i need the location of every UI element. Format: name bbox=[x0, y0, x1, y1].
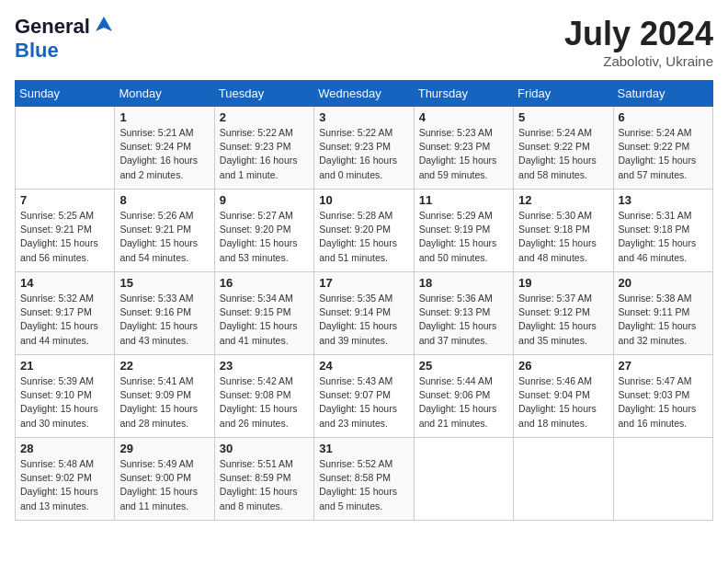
day-number: 28 bbox=[20, 442, 109, 455]
calendar-cell: 17Sunrise: 5:35 AM Sunset: 9:14 PM Dayli… bbox=[314, 272, 414, 355]
day-number: 14 bbox=[20, 276, 109, 290]
calendar-cell: 13Sunrise: 5:31 AM Sunset: 9:18 PM Dayli… bbox=[613, 190, 712, 272]
day-number: 29 bbox=[119, 442, 209, 455]
location: Zabolotiv, Ukraine bbox=[564, 53, 713, 69]
day-number: 30 bbox=[220, 442, 309, 455]
calendar-cell: 29Sunrise: 5:49 AM Sunset: 9:00 PM Dayli… bbox=[115, 438, 214, 521]
day-number: 10 bbox=[319, 193, 408, 207]
calendar-cell: 5Sunrise: 5:24 AM Sunset: 9:22 PM Daylig… bbox=[514, 107, 613, 190]
week-row-2: 7Sunrise: 5:25 AM Sunset: 9:21 PM Daylig… bbox=[16, 190, 713, 272]
calendar-cell: 1Sunrise: 5:21 AM Sunset: 9:24 PM Daylig… bbox=[115, 107, 214, 190]
calendar-cell: 19Sunrise: 5:37 AM Sunset: 9:12 PM Dayli… bbox=[514, 272, 613, 355]
column-header-friday: Friday bbox=[514, 81, 613, 107]
day-info: Sunrise: 5:24 AM Sunset: 9:22 PM Dayligh… bbox=[518, 126, 608, 182]
day-info: Sunrise: 5:22 AM Sunset: 9:23 PM Dayligh… bbox=[220, 126, 309, 182]
day-number: 1 bbox=[119, 110, 209, 124]
day-number: 11 bbox=[419, 193, 508, 207]
day-number: 15 bbox=[119, 276, 209, 290]
day-number: 20 bbox=[619, 276, 708, 290]
day-info: Sunrise: 5:47 AM Sunset: 9:03 PM Dayligh… bbox=[619, 374, 708, 431]
day-number: 17 bbox=[319, 276, 408, 290]
week-row-4: 21Sunrise: 5:39 AM Sunset: 9:10 PM Dayli… bbox=[16, 355, 713, 438]
day-number: 5 bbox=[518, 110, 608, 124]
day-info: Sunrise: 5:25 AM Sunset: 9:21 PM Dayligh… bbox=[20, 209, 109, 265]
calendar-cell: 4Sunrise: 5:23 AM Sunset: 9:23 PM Daylig… bbox=[414, 107, 513, 190]
calendar-cell: 21Sunrise: 5:39 AM Sunset: 9:10 PM Dayli… bbox=[16, 355, 115, 438]
calendar-cell: 20Sunrise: 5:38 AM Sunset: 9:11 PM Dayli… bbox=[613, 272, 712, 355]
page-header: General Blue July 2024 Zabolotiv, Ukrain… bbox=[15, 15, 713, 69]
calendar-cell: 8Sunrise: 5:26 AM Sunset: 9:21 PM Daylig… bbox=[115, 190, 214, 272]
day-info: Sunrise: 5:51 AM Sunset: 8:59 PM Dayligh… bbox=[220, 457, 309, 513]
calendar-cell: 11Sunrise: 5:29 AM Sunset: 9:19 PM Dayli… bbox=[414, 190, 513, 272]
day-info: Sunrise: 5:32 AM Sunset: 9:17 PM Dayligh… bbox=[20, 292, 109, 348]
day-number: 6 bbox=[619, 110, 708, 124]
day-number: 4 bbox=[419, 110, 508, 124]
day-info: Sunrise: 5:24 AM Sunset: 9:22 PM Dayligh… bbox=[619, 126, 708, 182]
column-header-thursday: Thursday bbox=[414, 81, 513, 107]
day-info: Sunrise: 5:37 AM Sunset: 9:12 PM Dayligh… bbox=[518, 292, 608, 348]
day-info: Sunrise: 5:38 AM Sunset: 9:11 PM Dayligh… bbox=[619, 292, 708, 348]
day-number: 23 bbox=[220, 359, 309, 373]
calendar-cell: 26Sunrise: 5:46 AM Sunset: 9:04 PM Dayli… bbox=[514, 355, 613, 438]
calendar-cell: 6Sunrise: 5:24 AM Sunset: 9:22 PM Daylig… bbox=[613, 107, 712, 190]
calendar-cell: 25Sunrise: 5:44 AM Sunset: 9:06 PM Dayli… bbox=[414, 355, 513, 438]
calendar-cell: 30Sunrise: 5:51 AM Sunset: 8:59 PM Dayli… bbox=[214, 438, 313, 521]
day-info: Sunrise: 5:21 AM Sunset: 9:24 PM Dayligh… bbox=[119, 126, 209, 182]
day-number: 2 bbox=[220, 110, 309, 124]
calendar-cell: 31Sunrise: 5:52 AM Sunset: 8:58 PM Dayli… bbox=[314, 438, 414, 521]
calendar-cell: 16Sunrise: 5:34 AM Sunset: 9:15 PM Dayli… bbox=[214, 272, 313, 355]
day-info: Sunrise: 5:42 AM Sunset: 9:08 PM Dayligh… bbox=[220, 374, 309, 431]
calendar-cell: 22Sunrise: 5:41 AM Sunset: 9:09 PM Dayli… bbox=[115, 355, 214, 438]
calendar-header-row: SundayMondayTuesdayWednesdayThursdayFrid… bbox=[16, 81, 713, 107]
calendar-cell: 14Sunrise: 5:32 AM Sunset: 9:17 PM Dayli… bbox=[16, 272, 115, 355]
calendar-cell: 12Sunrise: 5:30 AM Sunset: 9:18 PM Dayli… bbox=[514, 190, 613, 272]
day-info: Sunrise: 5:36 AM Sunset: 9:13 PM Dayligh… bbox=[419, 292, 508, 348]
day-number: 31 bbox=[319, 442, 408, 455]
title-block: July 2024 Zabolotiv, Ukraine bbox=[564, 15, 713, 69]
day-info: Sunrise: 5:30 AM Sunset: 9:18 PM Dayligh… bbox=[518, 209, 608, 265]
calendar-cell bbox=[16, 107, 115, 190]
day-number: 18 bbox=[419, 276, 508, 290]
day-info: Sunrise: 5:52 AM Sunset: 8:58 PM Dayligh… bbox=[319, 457, 408, 513]
week-row-1: 1Sunrise: 5:21 AM Sunset: 9:24 PM Daylig… bbox=[16, 107, 713, 190]
calendar-cell: 7Sunrise: 5:25 AM Sunset: 9:21 PM Daylig… bbox=[16, 190, 115, 272]
calendar-cell: 28Sunrise: 5:48 AM Sunset: 9:02 PM Dayli… bbox=[16, 438, 115, 521]
day-info: Sunrise: 5:33 AM Sunset: 9:16 PM Dayligh… bbox=[119, 292, 209, 348]
calendar-cell: 23Sunrise: 5:42 AM Sunset: 9:08 PM Dayli… bbox=[214, 355, 313, 438]
calendar-cell bbox=[613, 438, 712, 521]
day-info: Sunrise: 5:39 AM Sunset: 9:10 PM Dayligh… bbox=[20, 374, 109, 431]
day-number: 25 bbox=[419, 359, 508, 373]
logo-general-text: General bbox=[15, 15, 90, 39]
column-header-monday: Monday bbox=[115, 81, 214, 107]
day-info: Sunrise: 5:48 AM Sunset: 9:02 PM Dayligh… bbox=[20, 457, 109, 513]
calendar-cell bbox=[414, 438, 513, 521]
day-info: Sunrise: 5:41 AM Sunset: 9:09 PM Dayligh… bbox=[119, 374, 209, 431]
day-number: 7 bbox=[20, 193, 109, 207]
calendar-cell: 18Sunrise: 5:36 AM Sunset: 9:13 PM Dayli… bbox=[414, 272, 513, 355]
day-number: 13 bbox=[619, 193, 708, 207]
column-header-wednesday: Wednesday bbox=[314, 81, 414, 107]
calendar-cell bbox=[514, 438, 613, 521]
day-info: Sunrise: 5:44 AM Sunset: 9:06 PM Dayligh… bbox=[419, 374, 508, 431]
logo: General Blue bbox=[15, 15, 114, 63]
day-number: 12 bbox=[518, 193, 608, 207]
calendar-cell: 9Sunrise: 5:27 AM Sunset: 9:20 PM Daylig… bbox=[214, 190, 313, 272]
day-info: Sunrise: 5:43 AM Sunset: 9:07 PM Dayligh… bbox=[319, 374, 408, 431]
day-info: Sunrise: 5:26 AM Sunset: 9:21 PM Dayligh… bbox=[119, 209, 209, 265]
day-number: 9 bbox=[220, 193, 309, 207]
day-number: 22 bbox=[119, 359, 209, 373]
calendar-cell: 27Sunrise: 5:47 AM Sunset: 9:03 PM Dayli… bbox=[613, 355, 712, 438]
logo-bird-icon bbox=[94, 15, 114, 39]
day-info: Sunrise: 5:31 AM Sunset: 9:18 PM Dayligh… bbox=[619, 209, 708, 265]
day-info: Sunrise: 5:28 AM Sunset: 9:20 PM Dayligh… bbox=[319, 209, 408, 265]
day-info: Sunrise: 5:46 AM Sunset: 9:04 PM Dayligh… bbox=[518, 374, 608, 431]
day-number: 21 bbox=[20, 359, 109, 373]
column-header-tuesday: Tuesday bbox=[214, 81, 313, 107]
day-number: 24 bbox=[319, 359, 408, 373]
day-info: Sunrise: 5:49 AM Sunset: 9:00 PM Dayligh… bbox=[119, 457, 209, 513]
day-number: 26 bbox=[518, 359, 608, 373]
day-info: Sunrise: 5:29 AM Sunset: 9:19 PM Dayligh… bbox=[419, 209, 508, 265]
column-header-sunday: Sunday bbox=[16, 81, 115, 107]
day-number: 3 bbox=[319, 110, 408, 124]
day-info: Sunrise: 5:34 AM Sunset: 9:15 PM Dayligh… bbox=[220, 292, 309, 348]
